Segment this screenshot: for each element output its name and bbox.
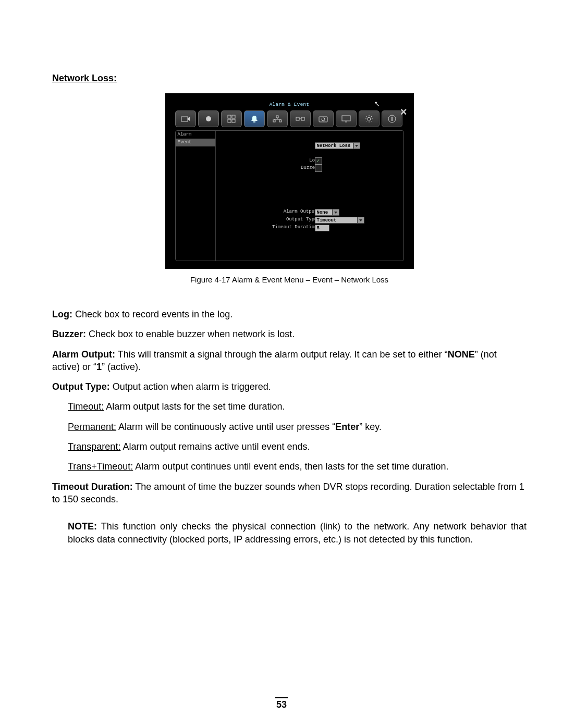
figure-caption: Figure 4-17 Alarm & Event Menu – Event –… [52, 275, 527, 284]
chevron-down-icon[interactable] [353, 142, 360, 149]
timeout-duration-field[interactable]: 5 [315, 225, 329, 231]
toolbar-network-icon[interactable] [267, 110, 288, 127]
chevron-down-icon[interactable] [358, 217, 364, 224]
svg-rect-6 [253, 121, 255, 122]
toolbar [175, 110, 404, 128]
toolbar-connect-icon[interactable] [290, 110, 311, 127]
toolbar-info-icon[interactable] [382, 110, 402, 127]
svg-point-15 [368, 117, 371, 120]
svg-rect-5 [232, 119, 235, 122]
close-icon[interactable]: × [400, 106, 407, 118]
dvr-screenshot: Alarm & Event ↖ × AlarmEvent Event Netwo… [165, 93, 414, 269]
page-number: 53 [0, 697, 563, 710]
alarm-output-select[interactable]: None [315, 209, 333, 216]
svg-rect-3 [232, 115, 235, 118]
timeout-duration-label: Timeout Duration [272, 225, 317, 230]
settings-panel: Event Network Loss Log ✓ Buzzer [216, 131, 403, 261]
svg-rect-11 [301, 117, 304, 120]
sidebar: AlarmEvent [176, 131, 216, 261]
output-type-select[interactable]: Timeout [315, 217, 358, 224]
section-heading: Network Loss: [52, 73, 527, 84]
log-checkbox[interactable]: ✓ [315, 157, 322, 165]
toolbar-camera-icon[interactable] [175, 110, 196, 127]
toolbar-display-icon[interactable] [336, 110, 357, 127]
alarm-output-label: Alarm Output [284, 209, 317, 215]
svg-point-13 [322, 118, 325, 121]
svg-rect-17 [391, 118, 393, 121]
toolbar-system-icon[interactable] [359, 110, 380, 127]
svg-rect-9 [276, 116, 278, 118]
svg-rect-4 [228, 119, 231, 122]
svg-rect-10 [296, 117, 299, 120]
svg-rect-0 [181, 117, 188, 121]
body-text: Log: Check box to record events in the l… [52, 308, 527, 546]
svg-point-1 [206, 116, 211, 121]
window-title: Alarm & Event [175, 101, 404, 108]
sidebar-item-alarm[interactable]: Alarm [176, 131, 215, 139]
svg-rect-2 [228, 115, 231, 118]
event-select[interactable]: Network Loss [315, 142, 353, 149]
toolbar-snapshot-icon[interactable] [313, 110, 334, 127]
svg-rect-14 [342, 116, 350, 121]
svg-rect-8 [279, 120, 282, 122]
svg-rect-7 [273, 120, 275, 122]
svg-rect-18 [391, 117, 393, 118]
cursor-icon: ↖ [374, 100, 380, 107]
sidebar-item-event[interactable]: Event [176, 139, 215, 146]
toolbar-grid-icon[interactable] [221, 110, 242, 127]
chevron-down-icon[interactable] [333, 209, 339, 216]
toolbar-record-icon[interactable] [198, 110, 219, 127]
buzzer-checkbox[interactable] [315, 165, 322, 172]
toolbar-alarm-icon[interactable] [244, 110, 265, 127]
output-type-label: Output Type [286, 217, 317, 223]
